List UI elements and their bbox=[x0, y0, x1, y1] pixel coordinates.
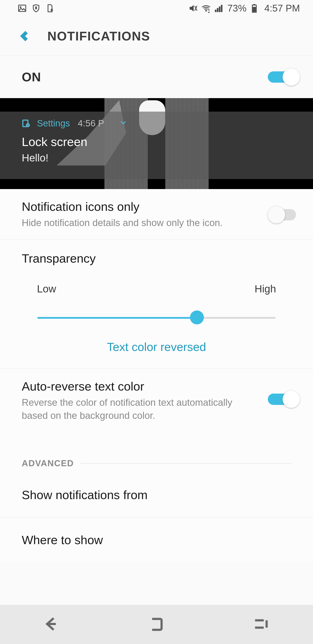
preview-app-name: Settings bbox=[37, 118, 70, 128]
master-toggle[interactable] bbox=[268, 68, 300, 86]
transparency-low-label: Low bbox=[37, 283, 56, 295]
app-header: NOTIFICATIONS bbox=[0, 16, 313, 56]
system-nav-bar bbox=[0, 605, 313, 644]
master-toggle-label: ON bbox=[22, 70, 41, 84]
svg-rect-10 bbox=[253, 7, 256, 12]
preview-title: Lock screen bbox=[22, 135, 304, 149]
svg-rect-4 bbox=[215, 10, 217, 12]
auto-reverse-title: Auto-reverse text color bbox=[22, 379, 259, 393]
svg-rect-0 bbox=[19, 5, 26, 11]
svg-rect-2 bbox=[35, 7, 37, 9]
transparency-title: Transparency bbox=[22, 251, 291, 266]
preview-body: Hello! bbox=[22, 152, 304, 164]
settings-app-icon bbox=[22, 119, 30, 128]
battery-pct: 73% bbox=[227, 3, 247, 14]
svg-rect-6 bbox=[219, 7, 220, 12]
preview-card: Settings 4:56 P Lock screen Hello! bbox=[0, 112, 313, 179]
advanced-label-text: ADVANCED bbox=[22, 458, 74, 468]
icons-only-toggle[interactable] bbox=[268, 206, 300, 224]
auto-reverse-desc: Reverse the color of notification text a… bbox=[22, 396, 259, 422]
auto-reverse-toggle[interactable] bbox=[268, 390, 300, 408]
advanced-section-label: ADVANCED bbox=[0, 432, 313, 472]
clock-text: 4:57 PM bbox=[264, 3, 300, 14]
text-color-reversed-link[interactable]: Text color reversed bbox=[22, 340, 291, 354]
transparency-block: Transparency Low High Text color reverse… bbox=[0, 240, 313, 369]
page-title: NOTIFICATIONS bbox=[47, 29, 150, 43]
wifi-icon bbox=[201, 4, 211, 13]
icons-only-desc: Hide notification details and show only … bbox=[22, 216, 259, 229]
notification-preview: Settings 4:56 P Lock screen Hello! bbox=[0, 98, 313, 189]
icons-only-row[interactable]: Notification icons only Hide notificatio… bbox=[0, 189, 313, 240]
recents-button[interactable] bbox=[252, 615, 270, 634]
status-bar: 73% 4:57 PM bbox=[0, 0, 313, 16]
shield-icon bbox=[31, 4, 41, 13]
preview-time: 4:56 P bbox=[78, 118, 104, 128]
home-button[interactable] bbox=[148, 615, 165, 634]
signal-icon bbox=[214, 4, 224, 13]
picture-icon bbox=[17, 4, 27, 13]
svg-rect-9 bbox=[254, 4, 255, 5]
transparency-high-label: High bbox=[255, 283, 276, 295]
back-icon[interactable] bbox=[19, 31, 30, 41]
back-button[interactable] bbox=[43, 615, 61, 634]
svg-point-1 bbox=[20, 6, 21, 8]
svg-rect-5 bbox=[217, 8, 218, 12]
battery-icon bbox=[250, 4, 259, 13]
chevron-down-icon bbox=[119, 118, 127, 128]
icons-only-title: Notification icons only bbox=[22, 200, 259, 214]
svg-point-3 bbox=[205, 10, 207, 11]
svg-rect-7 bbox=[221, 5, 222, 12]
where-to-show-row[interactable]: Where to show bbox=[0, 518, 313, 562]
show-notifications-from-row[interactable]: Show notifications from bbox=[0, 472, 313, 518]
transparency-slider[interactable] bbox=[22, 310, 291, 324]
master-toggle-row[interactable]: ON bbox=[0, 56, 313, 98]
auto-reverse-row[interactable]: Auto-reverse text color Reverse the colo… bbox=[0, 369, 313, 432]
mute-vibrate-icon bbox=[189, 4, 198, 13]
sim-error-icon bbox=[45, 4, 55, 13]
